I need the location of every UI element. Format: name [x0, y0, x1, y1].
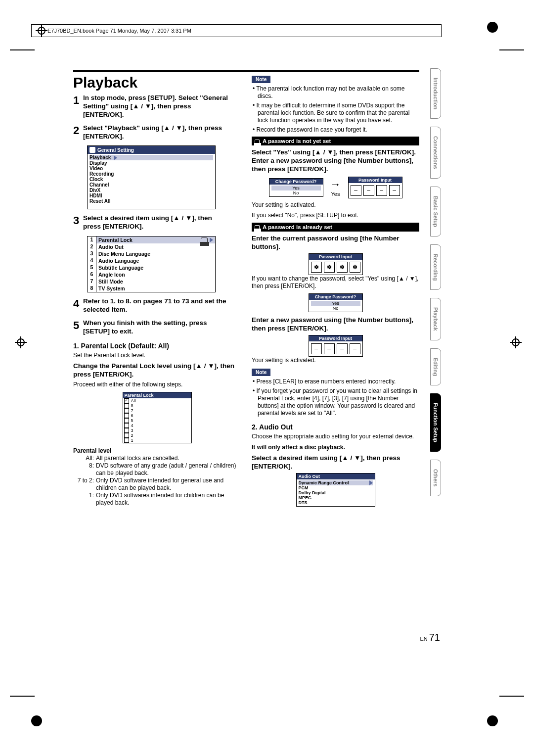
pw-cell[interactable]: ✽: [311, 262, 322, 273]
set-text2: Enter a new password using [the Number b…: [252, 316, 419, 333]
checkbox-icon[interactable]: [124, 398, 129, 403]
audio-bold: It will only affect a disc playback.: [252, 444, 419, 452]
tab-introduction[interactable]: Introduction: [430, 68, 441, 119]
list-item-label[interactable]: Disc Menu Language: [96, 250, 215, 257]
menu-item[interactable]: Video: [89, 166, 213, 171]
def-8: DVD software of any grade (adult / gener…: [96, 462, 241, 477]
audio-out-box: Audio Out Dynamic Range Control PCM Dolb…: [296, 473, 375, 507]
audio-item[interactable]: Dynamic Range Control: [299, 480, 349, 485]
note-item: The parental lock function may not be av…: [258, 85, 419, 100]
pw-cell[interactable]: ✽: [337, 262, 348, 273]
pw-cell[interactable]: –: [350, 343, 360, 354]
audio-item[interactable]: MPEG: [299, 495, 373, 500]
list-item-label[interactable]: Parental Lock: [98, 237, 133, 243]
checkbox-icon[interactable]: [124, 408, 129, 413]
level-item[interactable]: All: [131, 398, 136, 403]
left-column: Playback 1In stop mode, press [SETUP]. S…: [73, 74, 241, 509]
menu-item[interactable]: Playback: [89, 155, 111, 160]
parental-level-box: Parental Lock All 8 7 6 5 4 3 2 1: [123, 392, 192, 443]
option-yes[interactable]: Yes: [311, 301, 360, 306]
list-item-label[interactable]: Still Mode: [96, 278, 215, 285]
pw-cell[interactable]: –: [324, 343, 335, 354]
level-item[interactable]: 5: [131, 418, 134, 423]
level-item[interactable]: 6: [131, 413, 134, 418]
tab-connections[interactable]: Connections: [430, 127, 441, 179]
list-item-label[interactable]: TV System: [96, 285, 215, 292]
ifchange-text: If you want to change the password, sele…: [252, 275, 419, 290]
audio-item[interactable]: Dolby Digital: [299, 490, 373, 495]
tab-others[interactable]: Others: [430, 460, 441, 496]
def-7-2: Only DVD software intended for general u…: [96, 477, 241, 492]
level-item[interactable]: 4: [131, 423, 134, 428]
checkbox-icon[interactable]: [124, 413, 129, 418]
menu-item[interactable]: HDMI: [89, 193, 213, 198]
def-all: All parental locks are cancelled.: [96, 455, 241, 462]
box-title: Password Input: [309, 335, 362, 341]
menu-title: General Setting: [97, 147, 134, 153]
audio-item[interactable]: PCM: [299, 485, 373, 490]
list-item-label[interactable]: Audio Out: [96, 243, 215, 250]
menu-item[interactable]: DivX: [89, 188, 213, 193]
step-2: 2Select "Playback" using [▲ / ▼], then p…: [73, 124, 241, 141]
checkbox-icon[interactable]: [124, 403, 129, 408]
pw-cell[interactable]: –: [389, 185, 400, 196]
reg-line: [499, 696, 524, 697]
general-setting-menu: General Setting Playback Display Video R…: [87, 145, 216, 209]
reg-line: [10, 696, 35, 697]
checkbox-icon[interactable]: [124, 433, 129, 438]
level-item[interactable]: 1: [131, 438, 134, 443]
content-area: Playback 1In stop mode, press [SETUP]. S…: [73, 70, 419, 509]
pw-cell[interactable]: –: [351, 185, 361, 196]
tab-playback[interactable]: Playback: [430, 298, 441, 340]
tab-function-setup[interactable]: Function Setup: [430, 393, 441, 452]
audio-instruct: Select a desired item using [▲ / ▼], the…: [252, 454, 419, 471]
list-item-label[interactable]: Audio Language: [96, 257, 215, 264]
level-item[interactable]: 2: [131, 433, 134, 438]
option-no[interactable]: No: [311, 306, 360, 311]
menu-item[interactable]: Clock: [89, 177, 213, 182]
step-1: 1In stop mode, press [SETUP]. Select "Ge…: [73, 94, 241, 119]
note-item: If you forget your password or you want …: [258, 387, 419, 417]
lock-icon: [255, 225, 260, 229]
def-title: Parental level: [73, 447, 241, 455]
audio-item[interactable]: DTS: [299, 500, 373, 505]
reg-bl: [31, 715, 42, 726]
note-item: Record the password in case you forget i…: [258, 126, 419, 134]
tab-basic-setup[interactable]: Basic Setup: [430, 187, 441, 236]
option-no[interactable]: No: [271, 190, 321, 195]
level-item[interactable]: 3: [131, 428, 134, 433]
play-icon: [114, 155, 117, 160]
checkbox-icon[interactable]: [124, 423, 129, 428]
crosshair-icon: [510, 336, 522, 348]
pw-cell[interactable]: –: [363, 185, 374, 196]
tab-recording[interactable]: Recording: [430, 244, 441, 290]
pw-cell[interactable]: ✽: [324, 262, 335, 273]
checkbox-icon[interactable]: [124, 438, 129, 443]
tab-editing[interactable]: Editing: [430, 348, 441, 385]
list-item-label[interactable]: Angle Icon: [96, 271, 215, 278]
right-column: Note The parental lock function may not …: [252, 74, 419, 509]
checkbox-icon[interactable]: [124, 428, 129, 433]
menu-item[interactable]: Channel: [89, 182, 213, 188]
box-title: Parental Lock: [123, 392, 191, 398]
level-item[interactable]: 7: [131, 408, 134, 413]
checkbox-icon[interactable]: [124, 418, 129, 423]
arrow-label: Yes: [330, 191, 341, 197]
title-rule: [73, 70, 419, 72]
pw-cell[interactable]: ✽: [350, 262, 360, 273]
menu-item[interactable]: Display: [89, 160, 213, 166]
menu-item[interactable]: Recording: [89, 171, 213, 177]
menu-item[interactable]: Reset All: [89, 198, 213, 204]
option-yes[interactable]: Yes: [271, 186, 321, 190]
note-badge: Note: [252, 76, 270, 83]
level-item[interactable]: 8: [131, 403, 134, 408]
notset-text: Select "Yes" using [▲ / ▼], then press […: [252, 148, 419, 174]
box-title: Change Password?: [269, 179, 323, 185]
pw-cell[interactable]: –: [376, 185, 387, 196]
pw-cell[interactable]: –: [311, 343, 322, 354]
list-item-label[interactable]: Subtitle Language: [96, 264, 215, 271]
password-input-box: Password Input ––––: [309, 335, 363, 357]
note-badge: Note: [252, 369, 270, 376]
password-input-box: Password Input ––––: [348, 177, 402, 198]
pw-cell[interactable]: –: [337, 343, 348, 354]
